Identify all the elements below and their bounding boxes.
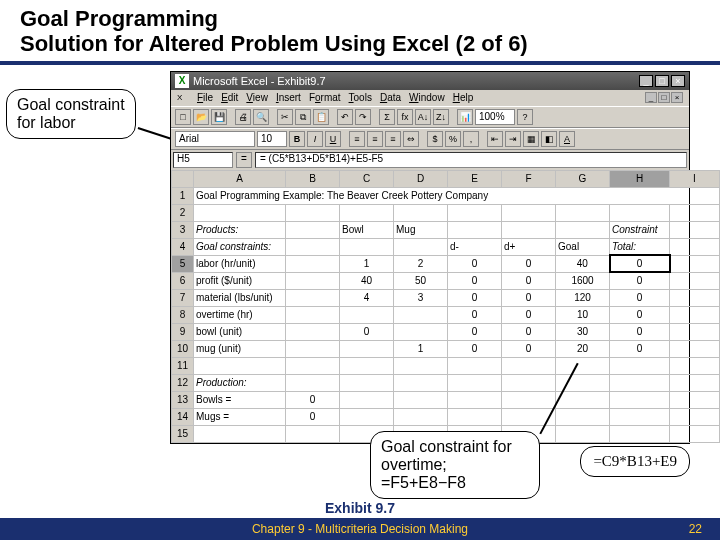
cell-F4[interactable]: d+ [502, 238, 556, 255]
cell-H13[interactable] [610, 391, 670, 408]
cell-H3[interactable]: Constraint [610, 221, 670, 238]
grid[interactable]: A B C D E F G H I 1Goal Programming Exam… [171, 170, 720, 443]
row-header-2[interactable]: 2 [172, 204, 194, 221]
help-icon[interactable]: ? [517, 109, 533, 125]
cell-C10[interactable] [340, 340, 394, 357]
col-H[interactable]: H [610, 170, 670, 187]
col-B[interactable]: B [286, 170, 340, 187]
cell-F3[interactable] [502, 221, 556, 238]
cell-A4[interactable]: Goal constraints: [194, 238, 286, 255]
cell-D10[interactable]: 1 [394, 340, 448, 357]
menu-edit[interactable]: Edit [221, 92, 238, 103]
row-header-5[interactable]: 5 [172, 255, 194, 272]
row-header-13[interactable]: 13 [172, 391, 194, 408]
cell-B3[interactable] [286, 221, 340, 238]
cell-B15[interactable] [286, 425, 340, 442]
col-C[interactable]: C [340, 170, 394, 187]
row-9[interactable]: 9 bowl (unit)000300 [172, 323, 720, 340]
cell-I3[interactable] [670, 221, 720, 238]
cell-E9[interactable]: 0 [448, 323, 502, 340]
cell-D3[interactable]: Mug [394, 221, 448, 238]
cell-C3[interactable]: Bowl [340, 221, 394, 238]
cell-B4[interactable] [286, 238, 340, 255]
menu-help[interactable]: Help [453, 92, 474, 103]
col-F[interactable]: F [502, 170, 556, 187]
align-center-icon[interactable]: ≡ [367, 131, 383, 147]
cell-H8[interactable]: 0 [610, 306, 670, 323]
cell-H10[interactable]: 0 [610, 340, 670, 357]
function-icon[interactable]: fx [397, 109, 413, 125]
row-header-3[interactable]: 3 [172, 221, 194, 238]
cell-D4[interactable] [394, 238, 448, 255]
cell-I13[interactable] [670, 391, 720, 408]
currency-icon[interactable]: $ [427, 131, 443, 147]
align-right-icon[interactable]: ≡ [385, 131, 401, 147]
cell-G7[interactable]: 120 [556, 289, 610, 306]
cell-A8[interactable]: overtime (hr) [194, 306, 286, 323]
fill-color-icon[interactable]: ◧ [541, 131, 557, 147]
cell-I10[interactable] [670, 340, 720, 357]
cell-I15[interactable] [670, 425, 720, 442]
menu-file[interactable]: File [197, 92, 213, 103]
sort-asc-icon[interactable]: A↓ [415, 109, 431, 125]
cell-C11[interactable] [340, 357, 394, 374]
save-icon[interactable]: 💾 [211, 109, 227, 125]
cell-G5[interactable]: 40 [556, 255, 610, 272]
workbook-minimize-button[interactable]: _ [645, 92, 657, 103]
cell-G3[interactable] [556, 221, 610, 238]
close-button[interactable]: × [671, 75, 685, 87]
cell-D11[interactable] [394, 357, 448, 374]
col-I[interactable]: I [670, 170, 720, 187]
row-header-10[interactable]: 10 [172, 340, 194, 357]
font-size-select[interactable]: 10 [257, 131, 287, 147]
row-11[interactable]: 11 [172, 357, 720, 374]
cell-I7[interactable] [670, 289, 720, 306]
cell-D2[interactable] [394, 204, 448, 221]
cell-A7[interactable]: material (lbs/unit) [194, 289, 286, 306]
cell-H11[interactable] [610, 357, 670, 374]
print-icon[interactable]: 🖨 [235, 109, 251, 125]
row-header-9[interactable]: 9 [172, 323, 194, 340]
cell-I8[interactable] [670, 306, 720, 323]
cell-D13[interactable] [394, 391, 448, 408]
redo-icon[interactable]: ↷ [355, 109, 371, 125]
cell-H12[interactable] [610, 374, 670, 391]
cell-G13[interactable] [556, 391, 610, 408]
cell-H6[interactable]: 0 [610, 272, 670, 289]
autosum-icon[interactable]: Σ [379, 109, 395, 125]
cell-E7[interactable]: 0 [448, 289, 502, 306]
cell-B8[interactable] [286, 306, 340, 323]
col-D[interactable]: D [394, 170, 448, 187]
fx-button[interactable]: = [236, 152, 252, 168]
cell-E14[interactable] [448, 408, 502, 425]
cell-D14[interactable] [394, 408, 448, 425]
cell-A2[interactable] [194, 204, 286, 221]
cell-A13[interactable]: Bowls = [194, 391, 286, 408]
cell-A3[interactable]: Products: [194, 221, 286, 238]
cell-C14[interactable] [340, 408, 394, 425]
cell-G11[interactable] [556, 357, 610, 374]
row-13[interactable]: 13 Bowls =0 [172, 391, 720, 408]
cell-C7[interactable]: 4 [340, 289, 394, 306]
cell-B5[interactable] [286, 255, 340, 272]
col-E[interactable]: E [448, 170, 502, 187]
cell-E3[interactable] [448, 221, 502, 238]
cell-D6[interactable]: 50 [394, 272, 448, 289]
comma-icon[interactable]: , [463, 131, 479, 147]
row-2[interactable]: 2 [172, 204, 720, 221]
menu-window[interactable]: Window [409, 92, 445, 103]
row-header-8[interactable]: 8 [172, 306, 194, 323]
cell-A14[interactable]: Mugs = [194, 408, 286, 425]
cell-E6[interactable]: 0 [448, 272, 502, 289]
name-box[interactable]: H5 [173, 152, 233, 168]
col-A[interactable]: A [194, 170, 286, 187]
merge-icon[interactable]: ⇔ [403, 131, 419, 147]
row-header-11[interactable]: 11 [172, 357, 194, 374]
cell-A12[interactable]: Production: [194, 374, 286, 391]
cell-E11[interactable] [448, 357, 502, 374]
cut-icon[interactable]: ✂ [277, 109, 293, 125]
row-header-6[interactable]: 6 [172, 272, 194, 289]
indent-inc-icon[interactable]: ⇥ [505, 131, 521, 147]
cell-A5[interactable]: labor (hr/unit) [194, 255, 286, 272]
cell-B13[interactable]: 0 [286, 391, 340, 408]
